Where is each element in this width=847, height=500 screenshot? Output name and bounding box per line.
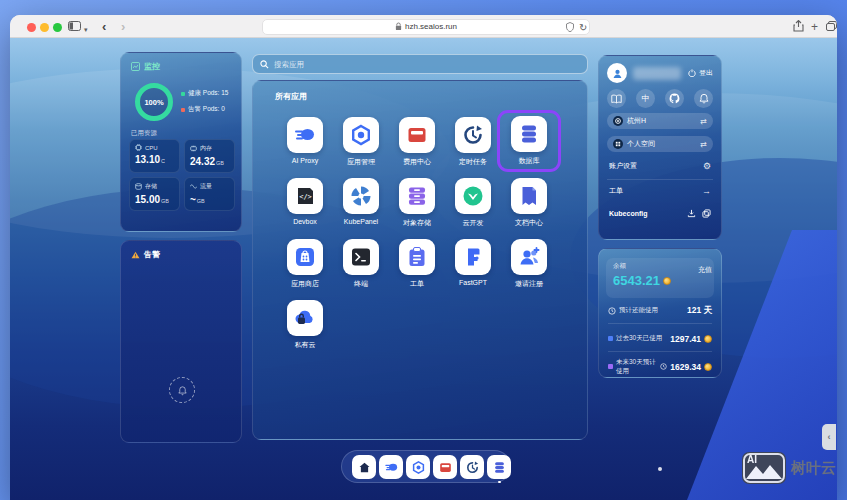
forward-button[interactable]: › <box>121 19 125 34</box>
address-bar[interactable]: hzh.sealos.run <box>262 19 590 35</box>
future-usage-value: 1629.34 <box>670 362 701 372</box>
language-button[interactable]: 中 <box>636 89 655 108</box>
hexagon-icon <box>343 117 379 153</box>
dock-database-button[interactable] <box>487 455 511 479</box>
close-window-button[interactable] <box>27 23 36 32</box>
comet-icon <box>287 117 323 153</box>
invite-icon <box>511 239 547 275</box>
blue-dot <box>608 336 613 341</box>
app-tile-cost-center[interactable]: 费用中心 <box>389 117 445 167</box>
new-tab-button[interactable]: + <box>811 20 818 35</box>
app-search-bar[interactable] <box>252 54 588 74</box>
workspace-icon <box>613 139 623 149</box>
timer-icon <box>455 117 491 153</box>
remaining-days-row: 预计还能使用 121 天 <box>608 304 712 317</box>
ticket-row[interactable]: 工单 → <box>609 184 711 198</box>
account-settings-row[interactable]: 账户设置 ⚙ <box>609 159 711 173</box>
region-icon <box>613 116 623 126</box>
clock-icon <box>608 307 616 315</box>
app-tile-ticket[interactable]: 工单 <box>389 239 445 289</box>
copy-icon[interactable] <box>702 209 711 218</box>
minimize-window-button[interactable] <box>40 23 49 32</box>
red-dot <box>181 108 185 112</box>
dock-active-indicator <box>498 481 501 484</box>
app-tile-private-cloud[interactable]: 私有云 <box>277 300 333 350</box>
notifications-button[interactable] <box>694 89 713 108</box>
dock-cost-center-button[interactable] <box>433 455 457 479</box>
github-icon <box>669 93 680 104</box>
book-icon <box>611 94 622 104</box>
storage-icon <box>135 183 142 190</box>
tab-overview-icon[interactable] <box>826 21 837 31</box>
pods-health-ring: 100% <box>135 83 173 121</box>
traffic-card[interactable]: 流量 ~GB <box>184 177 235 211</box>
back-button[interactable]: ‹ <box>102 19 106 34</box>
terminal-icon <box>343 239 379 275</box>
comet-icon <box>384 460 399 475</box>
collapse-panel-tab[interactable]: ‹ <box>822 424 836 450</box>
app-tile-devbox[interactable]: </> Devbox <box>277 178 333 225</box>
balance-value: 6543.21 <box>613 273 660 288</box>
pods-health-percent: 100% <box>144 98 163 107</box>
download-icon[interactable] <box>687 209 696 218</box>
traffic-icon <box>190 183 197 190</box>
github-button[interactable] <box>665 89 684 108</box>
region-selector[interactable]: 杭州H ⇄ <box>607 113 713 129</box>
used-resources-title: 已用资源 <box>131 129 157 138</box>
app-tile-fastgpt[interactable]: FastGPT <box>445 239 501 286</box>
storage-card[interactable]: 存储 15.00GB <box>129 177 180 211</box>
laf-icon <box>455 178 491 214</box>
cpu-card[interactable]: CPU 13.10C <box>129 139 180 173</box>
app-tile-kubepanel[interactable]: KubePanel <box>333 178 389 225</box>
cpu-icon <box>135 144 142 151</box>
dock-cron-job-button[interactable] <box>460 455 484 479</box>
pinwheel-icon <box>343 178 379 214</box>
sidebar-toggle-icon[interactable] <box>68 21 81 31</box>
avatar[interactable] <box>607 63 627 83</box>
coin-icon <box>663 277 671 285</box>
app-tile-ai-proxy[interactable]: AI Proxy <box>277 117 333 164</box>
lock-icon <box>395 22 402 31</box>
search-icon <box>260 60 269 69</box>
privacy-shield-icon[interactable] <box>566 22 574 32</box>
timer-icon <box>465 460 480 475</box>
past-usage-row: 过去30天已使用 1297.41 <box>608 332 712 345</box>
workspace-selector[interactable]: 个人空间 ⇄ <box>607 136 713 152</box>
url-text: hzh.sealos.run <box>405 22 457 31</box>
user-panel: 登出 中 杭州H ⇄ <box>598 55 722 240</box>
dock-app-manage-button[interactable] <box>406 455 430 479</box>
app-tile-app-manage[interactable]: 应用管理 <box>333 117 389 167</box>
app-tile-terminal[interactable]: 终端 <box>333 239 389 289</box>
drawers-icon <box>399 178 435 214</box>
database-icon <box>492 460 507 475</box>
memory-icon <box>190 145 197 152</box>
app-tile-invite[interactable]: 邀请注册 <box>501 239 557 289</box>
app-tile-doc-center[interactable]: 文档中心 <box>501 178 557 228</box>
sidebar-dropdown-chevron-icon[interactable]: ▾ <box>84 22 88 37</box>
zoom-window-button[interactable] <box>53 23 62 32</box>
app-tile-object-storage[interactable]: 对象存储 <box>389 178 445 228</box>
memory-card[interactable]: 内存 24.32GB <box>184 139 235 173</box>
apps-section-title: 所有应用 <box>275 91 307 102</box>
svg-text:</>: </> <box>299 193 312 201</box>
recharge-button[interactable]: 充值 <box>698 265 712 275</box>
kubeconfig-row[interactable]: Kubeconfig <box>609 206 711 220</box>
dock <box>341 450 511 483</box>
app-tile-cron-job[interactable]: 定时任务 <box>445 117 501 167</box>
pagination-dot[interactable] <box>658 467 662 471</box>
search-input[interactable] <box>274 60 580 69</box>
divider <box>607 179 713 180</box>
dock-home-button[interactable] <box>352 455 376 479</box>
app-tile-cloud-dev[interactable]: 云开发 <box>445 178 501 228</box>
dock-ai-proxy-button[interactable] <box>379 455 403 479</box>
watermark: AI 树叶云 <box>742 452 836 484</box>
logout-button[interactable]: 登出 <box>688 68 713 78</box>
watermark-brand: 树叶云 <box>791 459 836 478</box>
alerts-title: 告警 <box>144 249 160 260</box>
app-tile-database[interactable]: 数据库 <box>497 110 561 172</box>
share-icon[interactable] <box>793 20 804 32</box>
fastgpt-icon <box>455 239 491 275</box>
app-tile-app-store[interactable]: 应用商店 <box>277 239 333 289</box>
docs-button[interactable] <box>607 89 626 108</box>
reload-button[interactable]: ↻ <box>579 20 587 35</box>
